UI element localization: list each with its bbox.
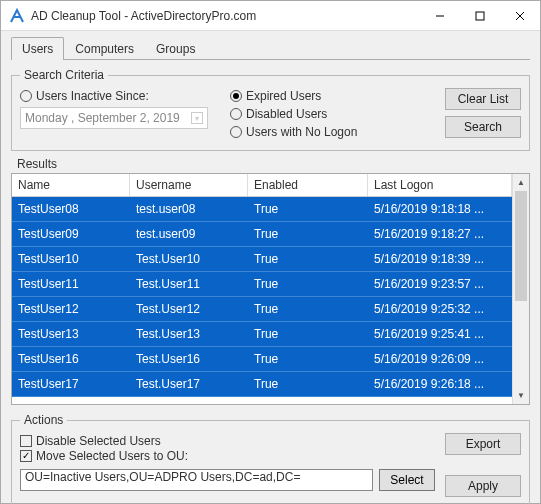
cell-name: TestUser12 <box>12 302 130 316</box>
ou-input[interactable]: OU=Inactive Users,OU=ADPRO Users,DC=ad,D… <box>20 469 373 491</box>
radio-label: Disabled Users <box>246 107 327 121</box>
table-row[interactable]: TestUser16Test.User16True5/16/2019 9:26:… <box>12 347 512 372</box>
date-picker[interactable]: Monday , September 2, 2019 ▾ <box>20 107 208 129</box>
cell-name: TestUser17 <box>12 377 130 391</box>
tab-computers[interactable]: Computers <box>64 37 145 60</box>
cell-name: TestUser10 <box>12 252 130 266</box>
table-row[interactable]: TestUser12Test.User12True5/16/2019 9:25:… <box>12 297 512 322</box>
app-window: AD Cleanup Tool - ActiveDirectoryPro.com… <box>0 0 541 504</box>
cell-name: TestUser13 <box>12 327 130 341</box>
date-value: Monday , September 2, 2019 <box>25 111 180 125</box>
cell-lastlogon: 5/16/2019 9:26:09 ... <box>368 352 512 366</box>
minimize-button[interactable] <box>420 1 460 31</box>
tab-users[interactable]: Users <box>11 37 64 60</box>
cell-enabled: True <box>248 352 368 366</box>
svg-rect-1 <box>476 12 484 20</box>
tab-groups[interactable]: Groups <box>145 37 206 60</box>
client-area: Users Computers Groups Search Criteria U… <box>1 31 540 504</box>
titlebar: AD Cleanup Tool - ActiveDirectoryPro.com <box>1 1 540 31</box>
select-ou-button[interactable]: Select <box>379 469 435 491</box>
cell-lastlogon: 5/16/2019 9:18:18 ... <box>368 202 512 216</box>
search-button[interactable]: Search <box>445 116 521 138</box>
tab-strip: Users Computers Groups <box>11 37 530 60</box>
cell-enabled: True <box>248 227 368 241</box>
radio-label: Users Inactive Since: <box>36 89 149 103</box>
table-row[interactable]: TestUser13Test.User13True5/16/2019 9:25:… <box>12 322 512 347</box>
results-grid: Name Username Enabled Last Logon TestUse… <box>11 173 530 405</box>
cell-username: Test.User10 <box>130 252 248 266</box>
app-logo-icon <box>9 8 25 24</box>
radio-icon <box>230 90 242 102</box>
table-row[interactable]: TestUser09test.user09True5/16/2019 9:18:… <box>12 222 512 247</box>
grid-body: TestUser08test.user08True5/16/2019 9:18:… <box>12 197 512 397</box>
chevron-down-icon: ▾ <box>191 112 203 124</box>
cell-lastlogon: 5/16/2019 9:23:57 ... <box>368 277 512 291</box>
export-button[interactable]: Export <box>445 433 521 455</box>
table-row[interactable]: TestUser17Test.User17True5/16/2019 9:26:… <box>12 372 512 397</box>
cell-enabled: True <box>248 377 368 391</box>
col-header-lastlogon[interactable]: Last Logon <box>368 174 512 196</box>
table-row[interactable]: TestUser11Test.User11True5/16/2019 9:23:… <box>12 272 512 297</box>
radio-expired-users[interactable]: Expired Users <box>230 89 421 103</box>
radio-icon <box>20 90 32 102</box>
cell-username: Test.User12 <box>130 302 248 316</box>
cell-lastlogon: 5/16/2019 9:25:32 ... <box>368 302 512 316</box>
cell-username: Test.User17 <box>130 377 248 391</box>
cell-enabled: True <box>248 327 368 341</box>
cell-lastlogon: 5/16/2019 9:26:18 ... <box>368 377 512 391</box>
checkbox-icon <box>20 450 32 462</box>
col-header-enabled[interactable]: Enabled <box>248 174 368 196</box>
cell-enabled: True <box>248 202 368 216</box>
radio-icon <box>230 108 242 120</box>
checkbox-label: Move Selected Users to OU: <box>36 449 188 463</box>
cell-name: TestUser11 <box>12 277 130 291</box>
cell-enabled: True <box>248 302 368 316</box>
search-criteria-legend: Search Criteria <box>20 68 108 82</box>
scroll-up-icon[interactable]: ▲ <box>513 174 529 191</box>
checkbox-label: Disable Selected Users <box>36 434 161 448</box>
cell-lastlogon: 5/16/2019 9:25:41 ... <box>368 327 512 341</box>
search-criteria-group: Search Criteria Users Inactive Since: Mo… <box>11 68 530 151</box>
window-title: AD Cleanup Tool - ActiveDirectoryPro.com <box>31 9 420 23</box>
results-label: Results <box>11 157 530 171</box>
cell-enabled: True <box>248 252 368 266</box>
cell-lastlogon: 5/16/2019 9:18:27 ... <box>368 227 512 241</box>
table-row[interactable]: TestUser08test.user08True5/16/2019 9:18:… <box>12 197 512 222</box>
scroll-down-icon[interactable]: ▼ <box>513 387 529 404</box>
cell-username: Test.User11 <box>130 277 248 291</box>
maximize-button[interactable] <box>460 1 500 31</box>
actions-legend: Actions <box>20 413 67 427</box>
cell-name: TestUser16 <box>12 352 130 366</box>
scroll-thumb[interactable] <box>515 191 527 301</box>
cell-lastlogon: 5/16/2019 9:18:39 ... <box>368 252 512 266</box>
close-button[interactable] <box>500 1 540 31</box>
check-disable-selected[interactable]: Disable Selected Users <box>20 434 435 448</box>
col-header-username[interactable]: Username <box>130 174 248 196</box>
cell-username: Test.User13 <box>130 327 248 341</box>
cell-username: test.user09 <box>130 227 248 241</box>
apply-button[interactable]: Apply <box>445 475 521 497</box>
radio-disabled-users[interactable]: Disabled Users <box>230 107 421 121</box>
col-header-name[interactable]: Name <box>12 174 130 196</box>
cell-enabled: True <box>248 277 368 291</box>
clear-list-button[interactable]: Clear List <box>445 88 521 110</box>
cell-name: TestUser09 <box>12 227 130 241</box>
cell-username: test.user08 <box>130 202 248 216</box>
check-move-to-ou[interactable]: Move Selected Users to OU: <box>20 449 435 463</box>
radio-icon <box>230 126 242 138</box>
cell-name: TestUser08 <box>12 202 130 216</box>
actions-group: Actions Disable Selected Users Move Sele… <box>11 413 530 504</box>
grid-header: Name Username Enabled Last Logon <box>12 174 512 197</box>
radio-label: Expired Users <box>246 89 321 103</box>
vertical-scrollbar[interactable]: ▲ ▼ <box>512 174 529 404</box>
table-row[interactable]: TestUser10Test.User10True5/16/2019 9:18:… <box>12 247 512 272</box>
scroll-track[interactable] <box>513 191 529 387</box>
radio-inactive-since[interactable]: Users Inactive Since: <box>20 89 220 103</box>
radio-label: Users with No Logon <box>246 125 357 139</box>
checkbox-icon <box>20 435 32 447</box>
cell-username: Test.User16 <box>130 352 248 366</box>
radio-no-logon[interactable]: Users with No Logon <box>230 125 421 139</box>
